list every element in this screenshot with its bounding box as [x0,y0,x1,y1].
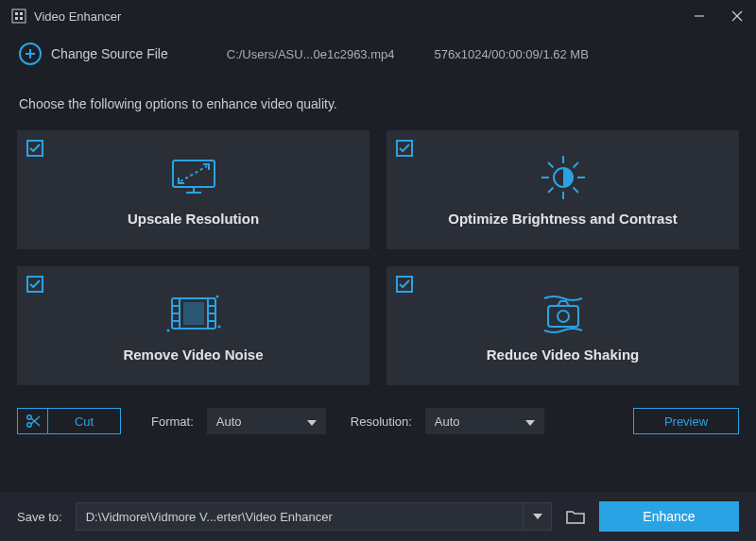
chevron-down-icon [307,414,317,429]
save-path-text: D:\Vidmore\Vidmore V...erter\Video Enhan… [77,510,523,524]
svg-rect-36 [548,306,578,327]
svg-marker-44 [533,514,542,519]
scissors-icon [18,409,48,433]
svg-point-34 [215,295,218,297]
resolution-label: Resolution: [351,414,412,429]
svg-rect-3 [15,17,18,20]
option-optimize-brightness[interactable]: Optimize Brightness and Contrast [387,130,739,249]
options-grid: Upscale Resolution Optim [0,121,756,385]
svg-rect-4 [20,17,23,20]
controls-row: Cut Format: Auto Resolution: Auto Previe… [0,385,756,449]
plus-icon [19,42,42,65]
source-bar: Change Source File C:/Users/ASU...0e1c29… [0,32,756,76]
preview-label: Preview [664,414,708,429]
checkbox-shaking[interactable] [396,276,413,293]
svg-point-37 [558,311,569,322]
resolution-dropdown[interactable]: Auto [425,408,544,434]
option-upscale-resolution[interactable]: Upscale Resolution [17,130,369,249]
browse-folder-button[interactable] [561,502,590,531]
svg-rect-32 [183,302,204,325]
svg-line-19 [548,162,554,168]
cut-button[interactable]: Cut [17,408,121,434]
resolution-value: Auto [435,414,516,429]
svg-point-33 [166,329,169,331]
change-source-button[interactable]: Change Source File [19,42,168,65]
source-file-path: C:/Users/ASU...0e1c2963.mp4 [227,47,395,61]
change-source-label: Change Source File [51,46,168,61]
preview-button[interactable]: Preview [633,408,739,434]
title-bar: Video Enhancer [0,0,756,32]
app-icon [11,8,26,24]
svg-point-35 [217,325,220,328]
monitor-icon [169,154,218,201]
option-label: Optimize Brightness and Contrast [448,211,678,227]
svg-rect-0 [12,9,26,23]
svg-line-22 [573,162,578,168]
enhance-label: Enhance [643,509,695,524]
format-dropdown[interactable]: Auto [207,408,326,434]
save-path-dropdown[interactable] [523,503,551,530]
svg-line-13 [180,166,207,181]
option-label: Remove Video Noise [123,347,263,363]
svg-line-20 [573,187,578,193]
svg-line-21 [548,187,554,193]
brightness-icon [540,154,587,201]
option-label: Reduce Video Shaking [487,347,639,363]
checkbox-upscale[interactable] [26,140,43,157]
svg-rect-1 [15,12,18,15]
checkbox-noise[interactable] [26,276,43,293]
close-button[interactable] [718,0,756,32]
save-to-label: Save to: [17,510,62,524]
instructions-text: Choose the following options to enhance … [0,76,756,121]
bottom-bar: Save to: D:\Vidmore\Vidmore V...erter\Vi… [0,492,756,541]
window-title: Video Enhancer [34,9,121,24]
format-label: Format: [151,414,194,429]
minimize-button[interactable] [680,0,718,32]
format-value: Auto [216,414,298,429]
svg-marker-43 [525,420,535,426]
cut-label: Cut [48,414,120,429]
svg-marker-42 [307,420,317,426]
save-path-box: D:\Vidmore\Vidmore V...erter\Video Enhan… [76,502,552,531]
option-remove-noise[interactable]: Remove Video Noise [17,266,369,385]
source-file-meta: 576x1024/00:00:09/1.62 MB [435,47,589,61]
camera-shake-icon [535,290,592,337]
enhance-button[interactable]: Enhance [599,501,739,532]
film-icon [166,290,221,337]
checkbox-brightness[interactable] [396,140,413,157]
option-reduce-shaking[interactable]: Reduce Video Shaking [387,266,739,385]
option-label: Upscale Resolution [128,211,259,227]
chevron-down-icon [525,414,535,429]
svg-rect-2 [20,12,23,15]
